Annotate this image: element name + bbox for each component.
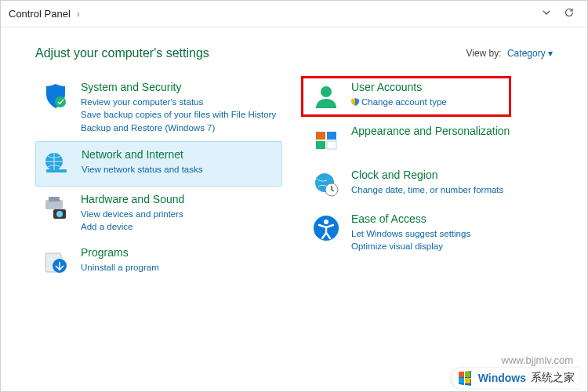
category-clock-and-region[interactable]: Clock and Region Change date, time, or n… xyxy=(306,162,553,206)
svg-rect-11 xyxy=(327,132,336,140)
svg-rect-1 xyxy=(46,169,67,172)
category-programs[interactable]: Programs Uninstall a program xyxy=(35,240,282,284)
category-link[interactable]: Backup and Restore (Windows 7) xyxy=(81,122,278,135)
category-link[interactable]: Change date, time, or number formats xyxy=(351,183,548,197)
watermark-brand: Windows 系统之家 xyxy=(452,368,581,388)
address-bar: Control Panel › xyxy=(1,1,587,27)
category-link[interactable]: View network status and tasks xyxy=(82,163,277,176)
content-pane: Adjust your computer's settings View by:… xyxy=(1,27,587,284)
category-title[interactable]: Network and Internet xyxy=(82,148,277,162)
watermark-url: www.bjjmlv.com xyxy=(502,354,574,366)
view-by-value: Category xyxy=(507,48,546,59)
svg-point-0 xyxy=(55,96,66,107)
shield-icon xyxy=(40,81,71,112)
globe-network-icon xyxy=(41,148,72,180)
clock-globe-icon xyxy=(310,169,342,200)
category-column-right: User Accounts Change account type xyxy=(306,74,553,284)
category-link[interactable]: Let Windows suggest settings xyxy=(351,227,548,241)
dropdown-icon[interactable] xyxy=(535,5,557,23)
brand-windows-text: Windows xyxy=(478,372,526,384)
svg-point-17 xyxy=(324,220,328,224)
breadcrumb-root[interactable]: Control Panel xyxy=(7,5,72,23)
category-link[interactable]: Optimize visual display xyxy=(351,240,548,253)
category-title[interactable]: System and Security xyxy=(81,81,278,94)
category-title[interactable]: User Accounts xyxy=(351,81,548,94)
category-link[interactable]: Save backup copies of your files with Fi… xyxy=(81,108,278,122)
view-by-control[interactable]: View by: Category ▾ xyxy=(466,48,553,59)
svg-point-6 xyxy=(56,211,63,217)
svg-point-9 xyxy=(321,86,332,97)
svg-rect-12 xyxy=(316,141,325,149)
appearance-icon xyxy=(310,125,342,156)
view-by-label: View by: xyxy=(466,48,501,59)
page-title: Adjust your computer's settings xyxy=(35,46,209,60)
category-link[interactable]: Review your computer's status xyxy=(81,96,278,109)
category-title[interactable]: Appearance and Personalization xyxy=(351,125,548,138)
refresh-icon[interactable] xyxy=(557,4,581,24)
category-title[interactable]: Ease of Access xyxy=(351,212,548,226)
programs-icon xyxy=(40,246,71,278)
category-hardware-and-sound[interactable]: Hardware and Sound View devices and prin… xyxy=(35,187,282,240)
category-column-left: System and Security Review your computer… xyxy=(35,74,282,284)
svg-rect-4 xyxy=(49,197,60,201)
svg-rect-10 xyxy=(316,132,325,140)
category-link[interactable]: View devices and printers xyxy=(81,208,278,221)
category-link[interactable]: Change account type xyxy=(351,96,548,109)
category-user-accounts[interactable]: User Accounts Change account type xyxy=(306,74,553,118)
svg-rect-13 xyxy=(327,141,336,149)
user-icon xyxy=(310,81,342,112)
category-title[interactable]: Programs xyxy=(81,246,278,260)
uac-shield-icon xyxy=(351,98,359,106)
category-title[interactable]: Clock and Region xyxy=(351,169,548,182)
category-network-and-internet[interactable]: Network and Internet View network status… xyxy=(35,141,282,187)
printer-camera-icon xyxy=(40,193,71,224)
category-appearance-and-personalization[interactable]: Appearance and Personalization xyxy=(306,118,553,162)
category-link[interactable]: Add a device xyxy=(81,220,278,234)
accessibility-icon xyxy=(310,212,342,244)
brand-cn-text: 系统之家 xyxy=(531,371,575,385)
category-system-and-security[interactable]: System and Security Review your computer… xyxy=(35,74,282,141)
category-title[interactable]: Hardware and Sound xyxy=(81,193,278,206)
windows-logo-icon xyxy=(456,369,474,387)
category-link[interactable]: Uninstall a program xyxy=(81,261,278,274)
breadcrumb-chevron-icon[interactable]: › xyxy=(72,9,85,20)
category-ease-of-access[interactable]: Ease of Access Let Windows suggest setti… xyxy=(306,206,553,260)
